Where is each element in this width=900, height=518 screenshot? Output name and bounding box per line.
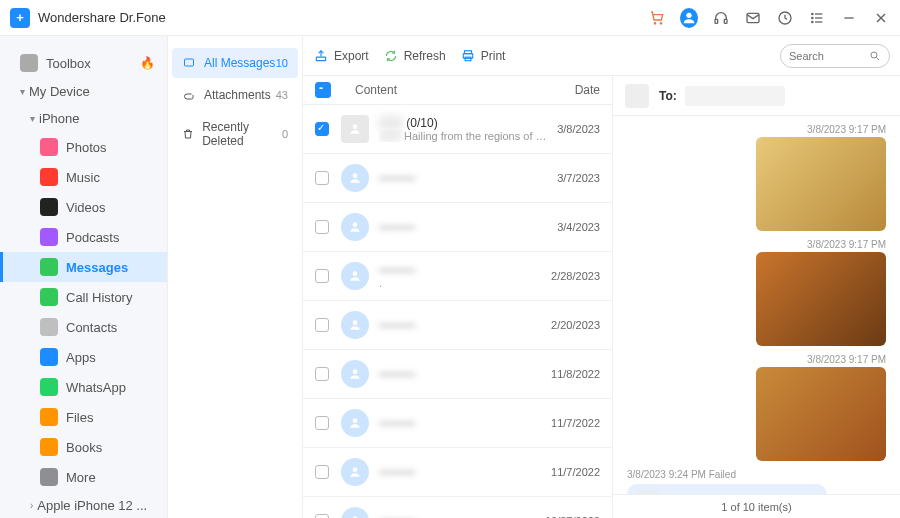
avatar: [341, 458, 369, 486]
avatar: [341, 164, 369, 192]
row-checkbox[interactable]: [315, 367, 329, 381]
bubble-text: —— Hailing from the regions of Provence …: [627, 484, 827, 494]
svg-point-25: [353, 271, 358, 276]
export-button[interactable]: Export: [313, 48, 369, 64]
search-input[interactable]: [780, 44, 890, 68]
message-date: 11/7/2022: [551, 466, 600, 478]
message-row[interactable]: —— (0/10)—— Hailing from the regions of …: [303, 105, 612, 154]
sidebar-item-label: Messages: [66, 260, 128, 275]
message-row[interactable]: ———2/20/2023: [303, 301, 612, 350]
bubble-image[interactable]: [756, 252, 886, 346]
sidebar-item-label: Toolbox: [46, 56, 91, 71]
app-icon: [20, 54, 38, 72]
mail-icon[interactable]: [744, 9, 762, 27]
select-all-checkbox[interactable]: [315, 82, 331, 98]
sidebar-item-music[interactable]: Music: [0, 162, 167, 192]
sidebar-item-apple-iphone-12-[interactable]: ›Apple iPhone 12 ...: [0, 492, 167, 518]
message-row[interactable]: ———11/7/2022: [303, 448, 612, 497]
print-icon: [460, 48, 476, 64]
history-icon[interactable]: [776, 9, 794, 27]
cart-icon[interactable]: [648, 9, 666, 27]
app-icon: [40, 258, 58, 276]
app-icon: [40, 138, 58, 156]
refresh-icon: [383, 48, 399, 64]
thread-header: To:: [613, 76, 900, 116]
svg-point-24: [353, 222, 358, 227]
message-row[interactable]: ———3/7/2023: [303, 154, 612, 203]
message-row[interactable]: ———.2/28/2023: [303, 252, 612, 301]
sidebar-item-label: Books: [66, 440, 102, 455]
sidebar-item-label: Videos: [66, 200, 106, 215]
sidebar-item-files[interactable]: Files: [0, 402, 167, 432]
app-icon: [40, 318, 58, 336]
caret-icon: ▾: [30, 113, 35, 124]
app-icon: [40, 378, 58, 396]
message-date: 2/20/2023: [551, 319, 600, 331]
row-checkbox[interactable]: [315, 269, 329, 283]
minimize-button[interactable]: [840, 9, 858, 27]
message-date: 3/8/2023: [557, 123, 600, 135]
message-title: ———: [379, 416, 543, 430]
sidebar-item-videos[interactable]: Videos: [0, 192, 167, 222]
message-list: Content Date —— (0/10)—— Hailing from th…: [303, 76, 613, 518]
sidebar-item-books[interactable]: Books: [0, 432, 167, 462]
row-checkbox[interactable]: [315, 122, 329, 136]
bubble: 3/8/2023 9:17 PM: [627, 354, 886, 461]
category-all-messages[interactable]: All Messages10: [172, 48, 298, 78]
sidebar-item-toolbox[interactable]: Toolbox🔥: [0, 48, 167, 78]
sidebar-item-label: Music: [66, 170, 100, 185]
headset-icon[interactable]: [712, 9, 730, 27]
bubble-image[interactable]: [756, 137, 886, 231]
category-count: 43: [276, 89, 288, 101]
row-checkbox[interactable]: [315, 318, 329, 332]
fire-icon: 🔥: [140, 56, 155, 70]
sidebar-item-podcasts[interactable]: Podcasts: [0, 222, 167, 252]
message-title: ———: [379, 514, 537, 518]
row-checkbox[interactable]: [315, 220, 329, 234]
sidebar-item-apps[interactable]: Apps: [0, 342, 167, 372]
row-checkbox[interactable]: [315, 171, 329, 185]
avatar: [341, 360, 369, 388]
message-row[interactable]: ———11/8/2022: [303, 350, 612, 399]
avatar: [341, 311, 369, 339]
print-button[interactable]: Print: [460, 48, 506, 64]
app-icon: [40, 408, 58, 426]
message-row[interactable]: ———11/7/2022: [303, 399, 612, 448]
user-icon[interactable]: [680, 9, 698, 27]
category-attachments[interactable]: Attachments43: [172, 80, 298, 110]
row-checkbox[interactable]: [315, 416, 329, 430]
sidebar-item-label: WhatsApp: [66, 380, 126, 395]
category-label: All Messages: [204, 56, 275, 70]
bubble-timestamp: 3/8/2023 9:17 PM: [807, 354, 886, 365]
sidebar-item-more[interactable]: More: [0, 462, 167, 492]
category-icon: [182, 56, 196, 70]
avatar: [341, 213, 369, 241]
bubble-timestamp: 3/8/2023 9:17 PM: [807, 239, 886, 250]
menu-icon[interactable]: [808, 9, 826, 27]
svg-rect-16: [316, 57, 325, 61]
message-row[interactable]: ———10/27/2022: [303, 497, 612, 518]
message-date: 11/8/2022: [551, 368, 600, 380]
row-checkbox[interactable]: [315, 465, 329, 479]
app-icon: [40, 288, 58, 306]
svg-point-8: [812, 17, 813, 18]
message-row[interactable]: ———3/4/2023: [303, 203, 612, 252]
sidebar-item-iphone[interactable]: ▾iPhone: [0, 105, 167, 132]
sidebar-item-whatsapp[interactable]: WhatsApp: [0, 372, 167, 402]
to-label: To:: [659, 89, 677, 103]
row-checkbox[interactable]: [315, 514, 329, 518]
sidebar-item-my-device[interactable]: ▾My Device: [0, 78, 167, 105]
svg-point-20: [871, 52, 877, 58]
category-recently-deleted[interactable]: Recently Deleted0: [172, 112, 298, 156]
sidebar-item-call-history[interactable]: Call History: [0, 282, 167, 312]
sidebar-item-contacts[interactable]: Contacts: [0, 312, 167, 342]
app-title: Wondershare Dr.Fone: [38, 10, 166, 25]
sidebar-item-photos[interactable]: Photos: [0, 132, 167, 162]
sidebar-item-messages[interactable]: Messages: [0, 252, 167, 282]
close-button[interactable]: [872, 9, 890, 27]
sidebar-item-label: Apple iPhone 12 ...: [37, 498, 147, 513]
svg-point-10: [812, 21, 813, 22]
category-label: Attachments: [204, 88, 271, 102]
bubble-image[interactable]: [756, 367, 886, 461]
refresh-button[interactable]: Refresh: [383, 48, 446, 64]
